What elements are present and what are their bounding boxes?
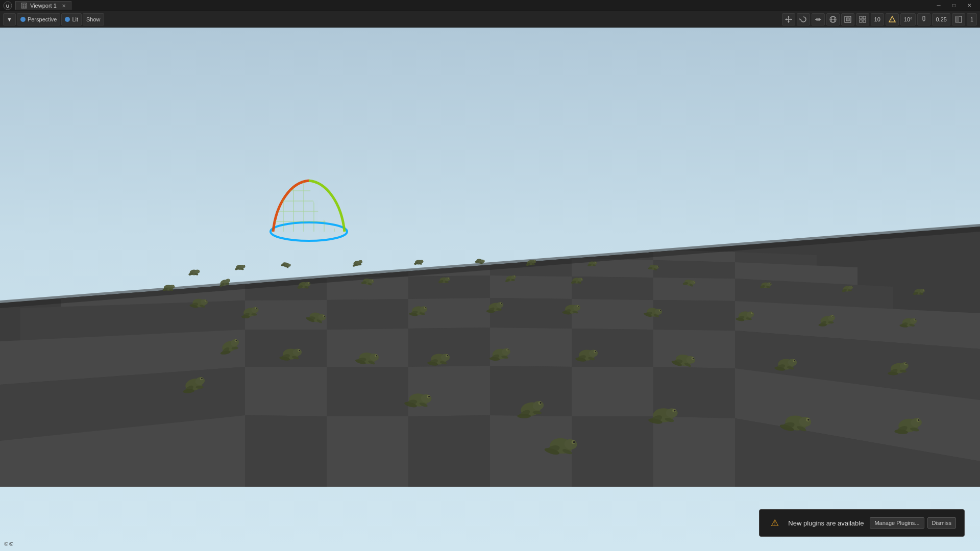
svg-marker-65 (490, 298, 572, 329)
perspective-dot-icon (20, 17, 26, 22)
svg-rect-4 (24, 4, 26, 6)
svg-marker-57 (490, 276, 572, 299)
maximize-btn[interactable]: □ (946, 0, 962, 11)
svg-rect-23 (860, 20, 862, 22)
svg-rect-24 (863, 20, 866, 22)
svg-marker-87 (327, 416, 408, 487)
translate-icon (785, 15, 793, 23)
brush-icon (920, 15, 928, 23)
world-icon (829, 15, 837, 23)
surface-icon (844, 15, 852, 23)
scene-viewport: © (0, 28, 980, 551)
grid-snap-btn[interactable] (856, 13, 869, 26)
svg-marker-75 (653, 330, 735, 368)
svg-marker-90 (572, 416, 653, 487)
svg-rect-21 (860, 16, 862, 19)
show-btn[interactable]: Show (83, 13, 104, 26)
translate-icon-btn[interactable] (782, 13, 795, 26)
svg-marker-58 (572, 277, 653, 300)
viewport-toolbar: ▼ Perspective Lit Show (0, 11, 980, 28)
lit-btn[interactable]: Lit (61, 13, 82, 26)
viewport-tab[interactable]: Viewport 1 ✕ (15, 1, 71, 10)
svg-marker-88 (408, 415, 490, 487)
svg-marker-63 (327, 299, 408, 330)
tab-close-icon[interactable]: ✕ (62, 3, 66, 9)
surface-snap-btn[interactable] (841, 13, 854, 26)
notification-panel: ⚠ New plugins are available Manage Plugi… (759, 509, 965, 537)
close-btn[interactable]: ✕ (962, 0, 977, 11)
svg-rect-20 (846, 18, 849, 21)
svg-rect-29 (955, 16, 959, 22)
minimize-btn[interactable]: ─ (931, 0, 946, 11)
layer-btn[interactable] (952, 13, 965, 26)
viewport-tab-icon (21, 3, 27, 9)
brush-btn[interactable] (917, 13, 930, 26)
svg-marker-11 (785, 18, 787, 20)
notification-warning-icon: ⚠ (768, 516, 782, 530)
svg-marker-12 (791, 18, 792, 20)
dropdown-arrow-icon: ▼ (7, 16, 12, 22)
title-bar: U Viewport 1 ✕ ─ □ ✕ (0, 0, 980, 11)
brush-value-display: 0.25 (932, 13, 950, 26)
svg-marker-66 (572, 299, 653, 330)
svg-text:U: U (6, 4, 10, 9)
ue-watermark: © (4, 541, 8, 547)
angle-icon: ! (888, 15, 896, 23)
svg-marker-70 (245, 330, 327, 367)
rotate-icon (799, 15, 807, 23)
layer-value-display: 1 (967, 13, 977, 26)
ue-version-text: © (9, 541, 13, 547)
lit-label: Lit (72, 16, 78, 22)
svg-text:!: ! (891, 18, 892, 21)
viewport[interactable]: © ⚠ New plugins are available Manage Plu… (0, 28, 980, 551)
notification-text: New plugins are available (788, 519, 864, 527)
viewport-tab-label: Viewport 1 (30, 3, 57, 9)
svg-marker-78 (245, 367, 327, 416)
svg-marker-73 (490, 328, 572, 367)
svg-rect-5 (22, 6, 24, 8)
ue-logo: U (3, 1, 12, 10)
svg-rect-22 (863, 16, 866, 19)
svg-marker-67 (653, 300, 735, 331)
grid-value-display: 10 (871, 13, 884, 26)
angle-snap-btn[interactable]: ! (886, 13, 899, 26)
svg-marker-9 (788, 16, 790, 17)
svg-marker-79 (327, 367, 408, 416)
lit-dot-icon (65, 17, 70, 22)
notification-actions: Manage Plugins... Dismiss (870, 517, 956, 529)
svg-marker-80 (408, 366, 490, 416)
show-label: Show (86, 16, 101, 22)
window-controls: ─ □ ✕ (931, 0, 977, 11)
svg-marker-10 (788, 21, 790, 23)
rotate-icon-btn[interactable] (797, 13, 810, 26)
manage-plugins-btn[interactable]: Manage Plugins... (870, 517, 924, 529)
grid-icon (859, 15, 867, 23)
svg-marker-86 (245, 415, 327, 487)
perspective-btn[interactable]: Perspective (17, 13, 60, 26)
viewport-dropdown-btn[interactable]: ▼ (3, 13, 16, 26)
svg-marker-25 (889, 16, 895, 22)
scale-icon (814, 15, 822, 23)
svg-rect-6 (24, 6, 26, 8)
right-toolbar: 10 ! 10° 0.25 1 (782, 13, 977, 26)
world-space-btn[interactable] (826, 13, 840, 26)
dismiss-btn[interactable]: Dismiss (927, 517, 957, 529)
scale-icon-btn[interactable] (812, 13, 825, 26)
svg-marker-72 (408, 328, 490, 367)
svg-marker-82 (572, 367, 653, 416)
svg-rect-3 (22, 4, 24, 6)
angle-value-display: 10° (900, 13, 916, 26)
svg-marker-91 (653, 416, 735, 487)
layer-icon (954, 15, 963, 23)
svg-rect-27 (923, 16, 925, 20)
svg-marker-51 (653, 260, 735, 279)
perspective-label: Perspective (28, 16, 57, 22)
